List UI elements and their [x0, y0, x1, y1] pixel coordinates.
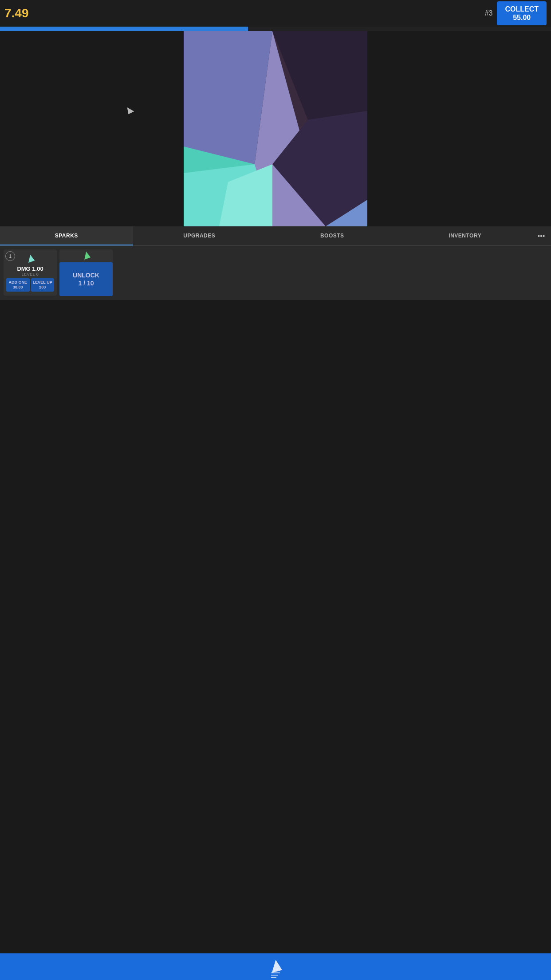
tab-bar: SPARKS UPGRADES BOOSTS INVENTORY ••• [0, 226, 184, 246]
card-dmg: DMG 1.00 [17, 265, 43, 272]
unlock-arrow-icon [83, 252, 90, 261]
score-display: 7.49 [4, 6, 184, 20]
add-one-button[interactable]: ADD ONE 30.00 [6, 278, 30, 292]
progress-bar-fill [0, 27, 184, 31]
spark-card-1[interactable]: 1 DMG 1.00 LEVEL 0 ADD ONE 30.00 LEVEL U… [4, 249, 57, 296]
game-canvas[interactable] [0, 31, 184, 226]
tab-upgrades[interactable]: UPGRADES [133, 226, 184, 245]
cards-area: 1 DMG 1.00 LEVEL 0 ADD ONE 30.00 LEVEL U… [0, 246, 184, 300]
card-badge: 1 [5, 251, 15, 261]
tab-sparks[interactable]: SPARKS [0, 226, 133, 245]
spark-arrow-icon [27, 255, 34, 264]
card-action-buttons: ADD ONE 30.00 LEVEL UP 200 [6, 278, 54, 292]
game-background [0, 31, 184, 226]
progress-bar-container [0, 27, 184, 31]
unlock-button[interactable]: UNLOCK 1 / 10 [59, 262, 113, 296]
card-level: LEVEL 0 [22, 272, 39, 277]
level-up-button[interactable]: LEVEL UP 200 [31, 278, 55, 292]
unlock-card[interactable]: UNLOCK 1 / 10 [59, 249, 113, 296]
hud-bar: 7.49 #3 COLLECT 55.00 [0, 0, 184, 27]
